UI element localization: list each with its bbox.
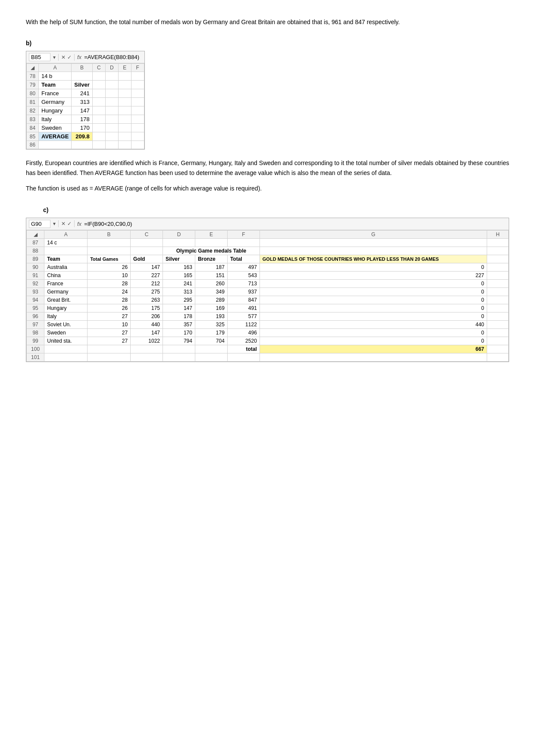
cell-96d: 178 bbox=[163, 312, 195, 320]
cell-86d bbox=[105, 141, 118, 149]
separator1 bbox=[58, 54, 59, 61]
row-num: 79 bbox=[27, 81, 39, 89]
cell-96g: 0 bbox=[260, 312, 487, 320]
cell-95h bbox=[487, 304, 508, 312]
cell-84c bbox=[92, 124, 105, 132]
dropdown-icon: ▾ bbox=[53, 221, 56, 227]
cell-79e bbox=[118, 81, 131, 89]
cell-79a: Team bbox=[39, 81, 72, 89]
cell-87f bbox=[227, 238, 260, 247]
confirm-icon: ✓ bbox=[67, 54, 72, 60]
cell-85b: 209.8 bbox=[72, 132, 92, 141]
cell-81a: Germany bbox=[39, 98, 72, 106]
cell-88d-merged: Olympic Game medals Table bbox=[163, 247, 260, 255]
cell-81b: 313 bbox=[72, 98, 92, 106]
cell-89c: Gold bbox=[131, 255, 163, 263]
col-b-header-c: B bbox=[88, 230, 131, 238]
cell-78d bbox=[105, 72, 118, 81]
fx-label: fx bbox=[77, 54, 81, 60]
cell-89g: GOLD MEDALS OF THOSE COUNTRIES WHO PLAYE… bbox=[260, 255, 487, 263]
cell-87e bbox=[195, 238, 227, 247]
cell-94a: Great Brit. bbox=[44, 296, 88, 304]
cell-99a: United sta. bbox=[44, 337, 88, 345]
fx-label-c: fx bbox=[77, 221, 81, 227]
corner-cell: ◢ bbox=[27, 64, 39, 72]
cell-83b: 178 bbox=[72, 115, 92, 124]
cell-99d: 794 bbox=[163, 337, 195, 345]
cell-96h bbox=[487, 312, 508, 320]
cell-93d: 313 bbox=[163, 287, 195, 296]
cell-89f: Total bbox=[227, 255, 260, 263]
cell-101b bbox=[88, 353, 131, 361]
cell-91b: 10 bbox=[88, 271, 131, 279]
cell-80c bbox=[92, 89, 105, 98]
spreadsheet-c: G90 ▾ ✕ ✓ fx =IF(B90<20,C90,0) ◢ A B bbox=[26, 218, 509, 362]
cell-ref-c: G90 bbox=[29, 220, 50, 228]
cell-85c bbox=[92, 132, 105, 141]
cell-97h bbox=[487, 320, 508, 328]
cell-99h bbox=[487, 337, 508, 345]
table-row: 85 AVERAGE 209.8 bbox=[27, 132, 144, 141]
cell-ref-b: B85 bbox=[29, 53, 50, 61]
cell-86a bbox=[39, 141, 72, 149]
cell-89a: Team bbox=[44, 255, 88, 263]
sheet-b-table: ◢ A B C D E F 78 14 b 79 Team Silver bbox=[26, 63, 144, 149]
cell-82e bbox=[118, 106, 131, 115]
table-row: 96 Italy 27 206 178 193 577 0 bbox=[27, 312, 509, 320]
table-row: 93 Germany 24 275 313 349 937 0 bbox=[27, 287, 509, 296]
cell-88g bbox=[260, 247, 487, 255]
table-row: 81 Germany 313 bbox=[27, 98, 144, 106]
cell-85a: AVERAGE bbox=[39, 132, 72, 141]
formula-bar-b: B85 ▾ ✕ ✓ fx =AVERAGE(B80:B84) bbox=[26, 51, 144, 63]
cell-79c bbox=[92, 81, 105, 89]
cell-97d: 357 bbox=[163, 320, 195, 328]
table-row: 101 bbox=[27, 353, 509, 361]
cancel-icon: ✕ bbox=[61, 54, 66, 60]
cell-90h bbox=[487, 263, 508, 271]
col-c-header: C bbox=[92, 64, 105, 72]
col-a-header: A bbox=[39, 64, 72, 72]
row-num: 83 bbox=[27, 115, 39, 124]
col-e-header: E bbox=[118, 64, 131, 72]
cell-101e bbox=[195, 353, 227, 361]
col-header-row: ◢ A B C D E F bbox=[27, 64, 144, 72]
cell-100b bbox=[88, 345, 131, 353]
cell-92f: 713 bbox=[227, 279, 260, 287]
cell-81e bbox=[118, 98, 131, 106]
cell-95f: 491 bbox=[227, 304, 260, 312]
cell-87b bbox=[88, 238, 131, 247]
cell-94d: 295 bbox=[163, 296, 195, 304]
cell-89e: Bronze bbox=[195, 255, 227, 263]
row-num: 96 bbox=[27, 312, 44, 320]
cell-90f: 497 bbox=[227, 263, 260, 271]
cell-87d bbox=[163, 238, 195, 247]
col-e-header-c: E bbox=[195, 230, 227, 238]
cell-90e: 187 bbox=[195, 263, 227, 271]
cell-99g: 0 bbox=[260, 337, 487, 345]
row-num: 81 bbox=[27, 98, 39, 106]
spreadsheet-b: B85 ▾ ✕ ✓ fx =AVERAGE(B80:B84) ◢ A B C D… bbox=[26, 51, 145, 150]
table-row: 98 Sweden 27 147 170 179 496 0 bbox=[27, 328, 509, 337]
row-num: 95 bbox=[27, 304, 44, 312]
cell-84b: 170 bbox=[72, 124, 92, 132]
cell-89d: Silver bbox=[163, 255, 195, 263]
cell-96f: 577 bbox=[227, 312, 260, 320]
cell-78e bbox=[118, 72, 131, 81]
cell-92d: 241 bbox=[163, 279, 195, 287]
cell-80d bbox=[105, 89, 118, 98]
col-b-header: B bbox=[72, 64, 92, 72]
cell-96b: 27 bbox=[88, 312, 131, 320]
row-num: 100 bbox=[27, 345, 44, 353]
cell-89h bbox=[487, 255, 508, 263]
para1-text: Firstly, European countries are identifi… bbox=[26, 158, 509, 178]
formula-b: =AVERAGE(B80:B84) bbox=[84, 54, 139, 60]
cell-87g bbox=[260, 238, 487, 247]
cell-83f bbox=[131, 115, 144, 124]
table-row: 82 Hungary 147 bbox=[27, 106, 144, 115]
cell-88a bbox=[44, 247, 88, 255]
row-num: 90 bbox=[27, 263, 44, 271]
cell-87a: 14 c bbox=[44, 238, 88, 247]
col-a-header-c: A bbox=[44, 230, 88, 238]
separator1c bbox=[58, 220, 59, 227]
formula-bar-icons-b: ▾ ✕ ✓ fx bbox=[53, 54, 81, 61]
